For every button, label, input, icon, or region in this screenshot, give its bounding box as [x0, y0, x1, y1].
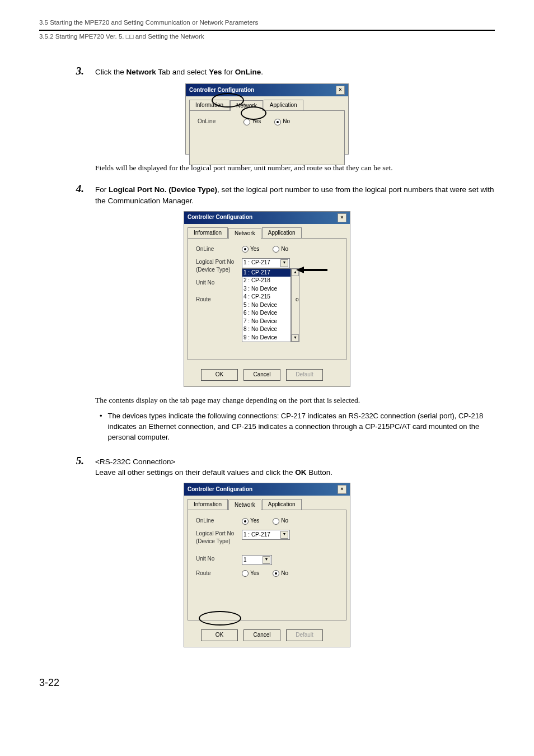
dialog-title: Controller Configuration: [188, 213, 252, 222]
route-no-radio[interactable]: No: [273, 570, 288, 578]
step-4-bullet: • The devices types indicate the followi…: [100, 411, 495, 443]
ok-button[interactable]: OK: [201, 629, 238, 641]
list-item[interactable]: 6 : No Device: [242, 309, 291, 318]
step-4-body: For Logical Port No. (Device Type), set …: [95, 184, 495, 206]
list-item[interactable]: 3 : No Device: [242, 285, 291, 293]
header-subsection: 3.5.2 Starting MPE720 Ver. 5. □□ and Set…: [39, 32, 495, 41]
tab-information[interactable]: Information: [188, 227, 228, 239]
unit-no-label: Unit No: [196, 555, 242, 563]
step-3-body: Click the Network Tab and select Yes for…: [95, 67, 495, 78]
scroll-down-icon[interactable]: ▼: [292, 334, 299, 342]
svg-marker-1: [296, 267, 304, 273]
tab-network[interactable]: Network: [228, 228, 261, 239]
step-4-number: 4.: [73, 181, 84, 197]
online-no-radio[interactable]: No: [273, 245, 288, 254]
chevron-down-icon[interactable]: ▼: [280, 531, 288, 539]
annotation-circle-ok-button: [199, 611, 241, 626]
annotation-arrow-icon: [296, 265, 327, 274]
cancel-button[interactable]: Cancel: [243, 369, 280, 381]
online-label: OnLine: [196, 245, 242, 254]
logical-port-label: Logical Port No (Device Type): [196, 530, 242, 546]
dialog-controller-config-1: Controller Configuration × Information N…: [185, 83, 349, 155]
list-item[interactable]: 2 : CP-218: [242, 277, 291, 285]
tab-application[interactable]: Application: [262, 227, 302, 239]
annotation-circle-yes-radio: [241, 106, 266, 120]
close-icon[interactable]: ×: [336, 86, 345, 95]
online-no-radio[interactable]: No: [273, 517, 288, 525]
ok-button[interactable]: OK: [201, 369, 238, 381]
listbox-scrollbar[interactable]: ▲ ▼: [291, 268, 299, 343]
route-label: Route: [196, 296, 242, 304]
dialog-title: Controller Configuration: [188, 486, 252, 494]
route-yes-radio[interactable]: Yes: [242, 570, 259, 578]
online-label: OnLine: [198, 118, 243, 126]
default-button[interactable]: Default: [286, 629, 323, 641]
logical-port-select[interactable]: 1 : CP-217▼: [242, 258, 290, 268]
logical-port-listbox[interactable]: 1 : CP-217 2 : CP-218 3 : No Device 4 : …: [242, 268, 291, 343]
unit-no-label: Unit No: [196, 279, 242, 287]
online-yes-radio[interactable]: Yes: [242, 517, 259, 525]
chevron-down-icon[interactable]: ▼: [280, 259, 288, 267]
tab-application[interactable]: Application: [262, 499, 302, 510]
route-o: o: [296, 296, 299, 304]
step-3-number: 3.: [73, 63, 84, 79]
list-item[interactable]: 1 : CP-217: [242, 269, 291, 277]
unit-no-select[interactable]: 1▼: [242, 555, 272, 565]
close-icon[interactable]: ×: [338, 485, 346, 494]
tab-information[interactable]: Information: [188, 499, 228, 510]
online-no-radio[interactable]: No: [274, 118, 290, 126]
dialog-controller-config-2: Controller Configuration × Information N…: [184, 211, 350, 387]
list-item[interactable]: 9 : No Device: [242, 334, 291, 342]
logical-port-select[interactable]: 1 : CP-217▼: [242, 530, 290, 540]
step-5-body: <RS-232C Connection> Leave all other set…: [95, 456, 495, 478]
annotation-circle-network-tab: [212, 93, 244, 108]
page-number: 3-22: [39, 675, 495, 690]
online-label: OnLine: [196, 517, 242, 525]
header-breadcrumb: 3.5 Starting the MPE720 and Setting Comm…: [39, 18, 495, 27]
list-item[interactable]: 8 : No Device: [242, 325, 291, 334]
dialog-controller-config-3: Controller Configuration × Information N…: [184, 483, 350, 647]
close-icon[interactable]: ×: [338, 213, 346, 222]
route-label: Route: [196, 570, 242, 578]
logical-port-label: Logical Port No (Device Type): [196, 258, 242, 274]
step-4-note: The contents display on the tab page may…: [95, 395, 495, 406]
header-rule: [39, 30, 495, 31]
tab-network[interactable]: Network: [228, 500, 261, 511]
tab-application[interactable]: Application: [264, 100, 303, 111]
chevron-down-icon[interactable]: ▼: [263, 556, 270, 564]
online-yes-radio[interactable]: Yes: [242, 245, 259, 254]
step-5-number: 5.: [73, 453, 84, 469]
default-button[interactable]: Default: [286, 369, 323, 381]
list-item[interactable]: 7 : No Device: [242, 318, 291, 326]
cancel-button[interactable]: Cancel: [243, 629, 280, 641]
